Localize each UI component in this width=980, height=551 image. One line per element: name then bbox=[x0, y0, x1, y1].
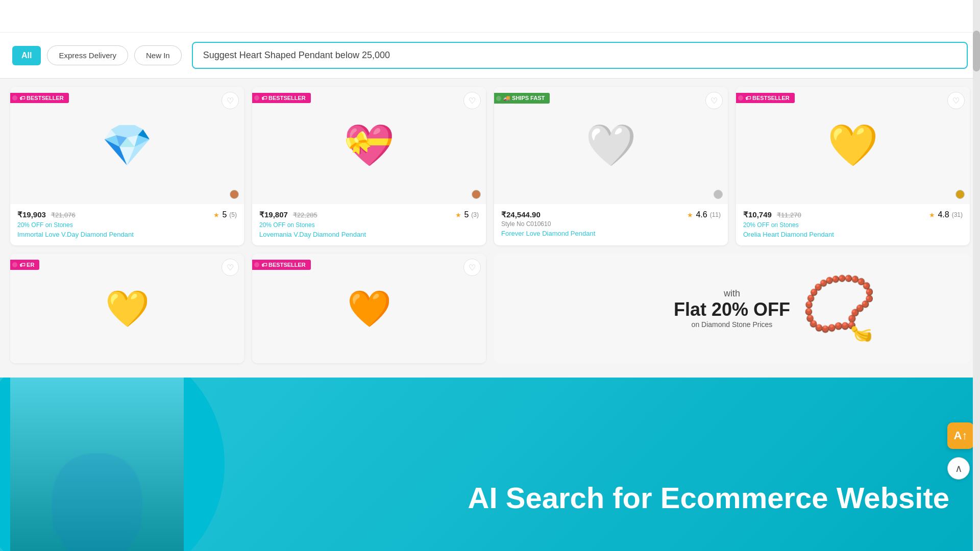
product-card[interactable]: 🏷 BESTSELLER ♡ 💛 ₹10,749 ₹11,270 ★ 4.8 (… bbox=[736, 87, 970, 245]
ad-with: with bbox=[674, 288, 790, 299]
star-icon: ★ bbox=[929, 211, 935, 219]
style-number: Style No C010610 bbox=[501, 220, 721, 228]
review-count: (3) bbox=[471, 211, 479, 218]
product-details: ₹19,903 ₹21,076 ★ 5 (5) 20% OFF on Stone… bbox=[10, 204, 244, 245]
search-input[interactable] bbox=[192, 42, 968, 69]
person-icon: 👤 bbox=[14, 459, 180, 551]
product-thumbnail: 💛 bbox=[105, 288, 150, 330]
ad-sub: on Diamond Stone Prices bbox=[674, 320, 790, 329]
product-image: 🏷 BESTSELLER ♡ 🧡 bbox=[252, 254, 486, 363]
wishlist-button[interactable]: ♡ bbox=[947, 92, 965, 109]
rating-row: ★ 5 (3) bbox=[455, 210, 479, 219]
discount-label: 20% OFF on Stones bbox=[17, 221, 237, 229]
scrollbar-thumb[interactable] bbox=[973, 31, 980, 71]
scrollbar[interactable] bbox=[973, 0, 980, 551]
all-filter-button[interactable]: All bbox=[12, 46, 41, 65]
current-price: ₹10,749 bbox=[743, 210, 772, 219]
bottom-banner: 👤 AI Search for Ecommerce Website bbox=[0, 378, 980, 551]
banner-title: AI Search for Ecommerce Website bbox=[468, 481, 949, 515]
rating-value: 4.6 bbox=[696, 210, 707, 219]
review-count: (5) bbox=[229, 211, 237, 218]
product-image: 🏷 BESTSELLER ♡ 💝 bbox=[252, 87, 486, 204]
rating-value: 5 bbox=[222, 210, 227, 219]
product-badge: 🏷 ER bbox=[10, 260, 39, 270]
old-price: ₹21,076 bbox=[51, 211, 76, 219]
product-details: ₹24,544.90 ★ 4.6 (11) Style No C010610 F… bbox=[494, 204, 728, 244]
color-dot[interactable] bbox=[714, 190, 723, 199]
rating-value: 4.8 bbox=[938, 210, 949, 219]
price-row: ₹19,903 ₹21,076 ★ 5 (5) bbox=[17, 210, 237, 219]
color-dot[interactable] bbox=[955, 190, 965, 199]
product-badge: 🏷 BESTSELLER bbox=[10, 93, 69, 103]
product-thumbnail: 🤍 bbox=[494, 87, 728, 204]
wishlist-button[interactable]: ♡ bbox=[222, 259, 239, 276]
products-grid: 🏷 BESTSELLER ♡ 💎 ₹19,903 ₹21,076 ★ 5 (5)… bbox=[0, 79, 980, 254]
product-card[interactable]: 🏷 BESTSELLER ♡ 💎 ₹19,903 ₹21,076 ★ 5 (5)… bbox=[10, 87, 244, 245]
presenter-image: 👤 bbox=[10, 378, 184, 551]
ad-text: with Flat 20% OFF on Diamond Stone Price… bbox=[674, 288, 790, 329]
discount-label: 20% OFF on Stones bbox=[259, 221, 479, 229]
product-card[interactable]: 🚚 SHIPS FAST ♡ 🤍 ₹24,544.90 ★ 4.6 (11) bbox=[494, 87, 728, 245]
product-image: 🏷 BESTSELLER ♡ 💎 bbox=[10, 87, 244, 204]
products-grid-row2: 🏷 ER ♡ 💛 🏷 BESTSELLER ♡ 🧡 with Flat 20% … bbox=[0, 254, 980, 371]
price-row: ₹10,749 ₹11,270 ★ 4.8 (31) bbox=[743, 210, 963, 219]
rating-row: ★ 4.8 (31) bbox=[929, 210, 963, 219]
product-thumbnail: 💛 bbox=[736, 87, 970, 204]
price-row: ₹19,807 ₹22,285 ★ 5 (3) bbox=[259, 210, 479, 219]
product-thumbnail: 💎 bbox=[10, 87, 244, 204]
product-thumbnail: 💝 bbox=[252, 87, 486, 204]
express-delivery-button[interactable]: Express Delivery bbox=[47, 45, 128, 65]
star-icon: ★ bbox=[687, 211, 693, 219]
color-options bbox=[955, 190, 965, 199]
color-options bbox=[230, 190, 239, 199]
product-name: Orelia Heart Diamond Pendant bbox=[743, 231, 963, 238]
ad-flat: Flat 20% OFF bbox=[674, 299, 790, 320]
wishlist-button[interactable]: ♡ bbox=[463, 259, 481, 276]
new-in-button[interactable]: New In bbox=[134, 45, 182, 65]
wishlist-button[interactable]: ♡ bbox=[463, 92, 481, 109]
product-details: ₹10,749 ₹11,270 ★ 4.8 (31) 20% OFF on St… bbox=[736, 204, 970, 245]
star-icon: ★ bbox=[213, 211, 219, 219]
ad-banner: with Flat 20% OFF on Diamond Stone Price… bbox=[494, 254, 970, 363]
price-row: ₹24,544.90 ★ 4.6 (11) bbox=[501, 210, 721, 219]
product-name: Lovemania V.Day Diamond Pendant bbox=[259, 231, 479, 238]
scroll-up-button[interactable]: ∧ bbox=[947, 457, 970, 480]
product-badge: 🏷 BESTSELLER bbox=[252, 260, 311, 270]
product-image: 🏷 BESTSELLER ♡ 💛 bbox=[736, 87, 970, 204]
review-count: (31) bbox=[952, 211, 963, 218]
product-badge: 🚚 SHIPS FAST bbox=[494, 93, 550, 104]
color-dot[interactable] bbox=[230, 190, 239, 199]
rating-row: ★ 4.6 (11) bbox=[687, 210, 721, 219]
presenter-circle: 👤 bbox=[0, 378, 225, 551]
wishlist-button[interactable]: ♡ bbox=[705, 92, 723, 109]
color-dot[interactable] bbox=[472, 190, 481, 199]
product-name: Immortal Love V.Day Diamond Pendant bbox=[17, 231, 237, 238]
discount-label: 20% OFF on Stones bbox=[743, 221, 963, 229]
star-icon: ★ bbox=[455, 211, 461, 219]
current-price: ₹19,903 bbox=[17, 210, 46, 219]
top-bar bbox=[0, 0, 980, 33]
product-thumbnail: 🧡 bbox=[347, 288, 391, 330]
product-badge: 🏷 BESTSELLER bbox=[736, 93, 795, 103]
review-count: (11) bbox=[710, 211, 721, 218]
wishlist-button[interactable]: ♡ bbox=[222, 92, 239, 109]
color-options bbox=[714, 190, 723, 199]
product-badge: 🏷 BESTSELLER bbox=[252, 93, 311, 103]
color-options bbox=[472, 190, 481, 199]
product-card[interactable]: 🏷 BESTSELLER ♡ 🧡 bbox=[252, 254, 486, 363]
current-price: ₹24,544.90 bbox=[501, 210, 541, 219]
rating-row: ★ 5 (5) bbox=[213, 210, 237, 219]
rating-value: 5 bbox=[464, 210, 469, 219]
ai-button[interactable]: A↑ bbox=[947, 422, 974, 449]
old-price: ₹11,270 bbox=[777, 211, 801, 219]
product-card[interactable]: 🏷 ER ♡ 💛 bbox=[10, 254, 244, 363]
product-image: 🏷 ER ♡ 💛 bbox=[10, 254, 244, 363]
old-price: ₹22,285 bbox=[293, 211, 317, 219]
current-price: ₹19,807 bbox=[259, 210, 288, 219]
product-details: ₹19,807 ₹22,285 ★ 5 (3) 20% OFF on Stone… bbox=[252, 204, 486, 245]
product-name: Forever Love Diamond Pendant bbox=[501, 230, 721, 237]
product-image: 🚚 SHIPS FAST ♡ 🤍 bbox=[494, 87, 728, 204]
product-card[interactable]: 🏷 BESTSELLER ♡ 💝 ₹19,807 ₹22,285 ★ 5 (3)… bbox=[252, 87, 486, 245]
header: All Express Delivery New In bbox=[0, 33, 980, 79]
chevron-up-icon: ∧ bbox=[955, 462, 963, 474]
